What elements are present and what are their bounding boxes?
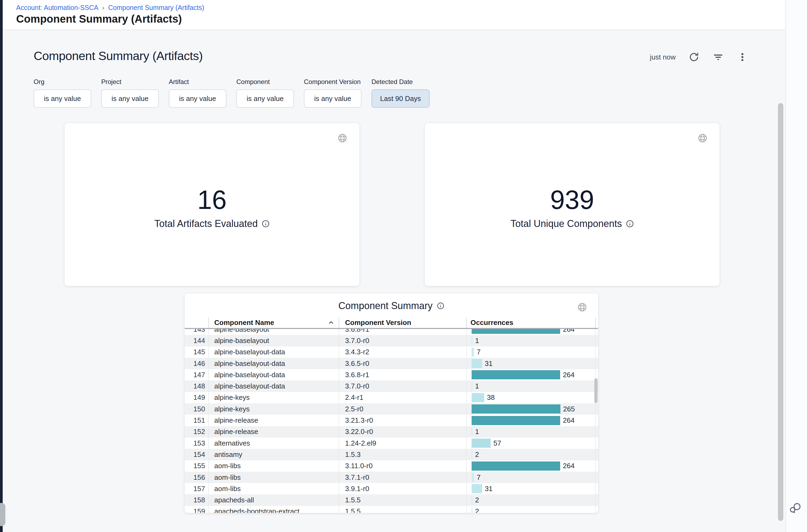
component-version-cell: 3.7.0-r0 — [339, 335, 467, 346]
occurrences-cell: 31 — [467, 483, 596, 494]
kebab-icon — [737, 52, 748, 62]
chat-icon — [790, 502, 802, 514]
occurrences-value: 265 — [563, 405, 575, 413]
filter-value-button[interactable]: is any value — [169, 89, 226, 108]
filter-label: Detected Date — [371, 78, 429, 86]
filter: Project is any value — [101, 78, 159, 108]
filter: Org is any value — [34, 78, 91, 108]
component-name-cell: aom-libs — [209, 472, 339, 483]
component-name-cell: alpine-baselayout-data — [209, 346, 339, 358]
dashboard-more-menu-button[interactable] — [736, 51, 748, 63]
component-name-cell: alpine-baselayout-data — [209, 380, 339, 392]
explore-button[interactable] — [697, 133, 708, 143]
globe-icon — [337, 133, 347, 143]
occurrences-bar — [472, 507, 473, 513]
component-name-cell: apacheds-all — [209, 494, 339, 506]
component-version-cell: 1.5.5 — [339, 506, 467, 513]
component-version-cell: 1.24-2.el9 — [339, 437, 467, 449]
filter-value-button[interactable]: Last 90 Days — [371, 89, 429, 108]
component-version-cell: 3.9.1-r0 — [339, 483, 467, 494]
table-row: 152 alpine-release 3.22.0-r0 1 — [185, 426, 598, 437]
table-row: 145 alpine-baselayout-data 3.4.3-r2 7 — [185, 346, 598, 358]
stat-card-unique-components: 939 Total Unique Components — [425, 123, 719, 286]
occurrences-value: 7 — [477, 348, 480, 356]
occurrences-cell: 7 — [467, 346, 596, 358]
occurrences-bar — [472, 439, 491, 448]
explore-button[interactable] — [577, 302, 587, 312]
row-index-cell: 144 — [185, 335, 209, 346]
occurrences-value: 57 — [494, 439, 501, 448]
filter-icon — [713, 52, 723, 62]
table-row: 158 apacheds-all 1.5.5 2 — [185, 494, 598, 506]
filter-value-button[interactable]: is any value — [34, 89, 91, 108]
row-index-cell: 156 — [185, 472, 209, 483]
row-index-cell: 148 — [185, 380, 209, 392]
stat-label: Total Unique Components — [511, 218, 622, 229]
component-version-cell: 2.5-r0 — [339, 403, 467, 415]
occurrences-cell: 264 — [467, 369, 596, 380]
component-version-cell: 2.4-r1 — [339, 392, 467, 403]
sort-asc-icon — [328, 319, 334, 326]
occurrences-cell: 2 — [467, 506, 596, 513]
breadcrumb-current-link[interactable]: Component Summary (Artifacts) — [108, 4, 204, 12]
occurrences-value: 31 — [485, 359, 493, 368]
occurrences-cell: 1 — [467, 335, 596, 346]
row-index-cell: 146 — [185, 358, 209, 369]
component-version-cell: 3.6.8-r1 — [339, 329, 467, 335]
occurrences-bar — [472, 336, 473, 345]
occurrences-bar — [472, 370, 560, 379]
info-button[interactable] — [437, 302, 444, 310]
table-row: 151 alpine-release 3.21.3-r0 264 — [185, 415, 598, 426]
occurrences-cell: 264 — [467, 415, 596, 426]
table-row: 144 alpine-baselayout 3.7.0-r0 1 — [185, 335, 598, 346]
table-row: 143 alpine-baselayout 3.6.8-r1 264 — [185, 329, 598, 335]
column-header-component-version[interactable]: Component Version — [339, 317, 467, 328]
dashboard-title: Component Summary (Artifacts) — [34, 49, 203, 63]
column-header-occurrences[interactable]: Occurrences — [467, 317, 596, 328]
occurrences-cell: 2 — [467, 449, 596, 460]
breadcrumb-account-link[interactable]: Account: Automation-SSCA — [16, 4, 98, 12]
occurrences-value: 1 — [475, 428, 479, 436]
sidebar-resize-handle[interactable] — [0, 503, 5, 526]
component-name-cell: alpine-baselayout — [209, 329, 339, 335]
filter-value-button[interactable]: is any value — [236, 89, 294, 108]
breadcrumb: Account: Automation-SSCA › Component Sum… — [16, 4, 204, 12]
component-version-cell: 1.5.5 — [339, 494, 467, 506]
column-header-component-name[interactable]: Component Name — [209, 317, 339, 328]
info-button[interactable] — [262, 220, 270, 228]
table-title: Component Summary — [338, 300, 433, 311]
occurrences-value: 264 — [563, 329, 574, 334]
row-index-cell: 150 — [185, 403, 209, 415]
explore-button[interactable] — [337, 133, 347, 143]
occurrences-value: 1 — [475, 382, 479, 391]
component-version-cell: 3.22.0-r0 — [339, 426, 467, 437]
table-row: 148 alpine-baselayout-data 3.7.0-r0 1 — [185, 380, 598, 392]
filter: Artifact is any value — [169, 78, 226, 108]
component-name-cell: aom-libs — [209, 460, 339, 472]
page-scrollbar-thumb[interactable] — [778, 103, 783, 521]
component-version-cell: 3.7.1-r0 — [339, 472, 467, 483]
page-title: Component Summary (Artifacts) — [16, 13, 182, 25]
dashboard-filters-button[interactable] — [712, 51, 724, 63]
info-button[interactable] — [626, 220, 634, 228]
component-version-cell: 3.6.5-r0 — [339, 358, 467, 369]
occurrences-bar — [472, 427, 473, 436]
help-chat-button[interactable] — [790, 502, 802, 514]
filter: Component is any value — [236, 78, 294, 108]
occurrences-cell: 1 — [467, 380, 596, 392]
stat-value: 16 — [64, 185, 359, 215]
row-index-cell: 149 — [185, 392, 209, 403]
stat-value: 939 — [425, 185, 719, 215]
filter-value-button[interactable]: is any value — [101, 89, 159, 108]
refresh-button[interactable] — [688, 51, 700, 63]
table-row: 155 aom-libs 3.11.0-r0 264 — [185, 460, 598, 472]
sidebar-edge — [0, 0, 3, 532]
row-index-cell: 158 — [185, 494, 209, 506]
row-index-cell: 157 — [185, 483, 209, 494]
globe-icon — [697, 133, 708, 143]
table-scrollbar-thumb[interactable] — [594, 378, 598, 403]
right-gutter — [786, 0, 807, 532]
table-header-row: Component Name Component Version Occurre… — [185, 317, 598, 328]
occurrences-bar — [472, 473, 474, 482]
filter-value-button[interactable]: is any value — [304, 89, 362, 108]
